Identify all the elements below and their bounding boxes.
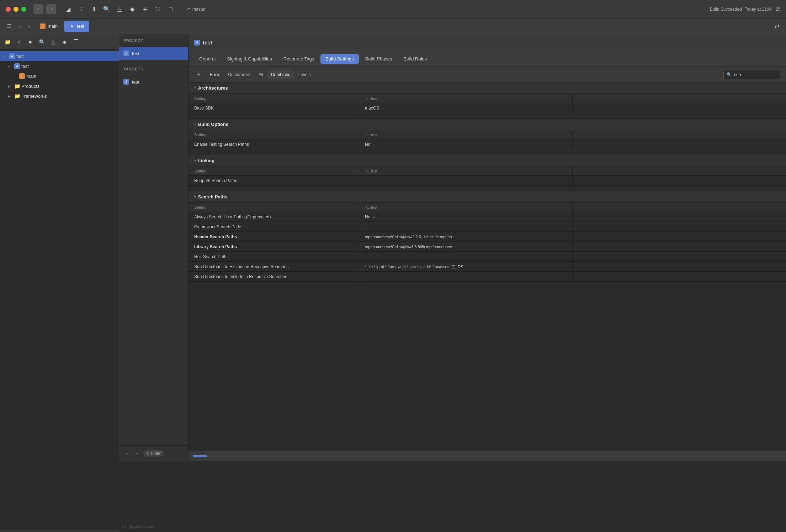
tab-nav-forward[interactable]: › xyxy=(25,22,33,31)
include-subdirs-row[interactable]: Sub-Directories to Include in Recursive … xyxy=(188,272,786,282)
tab-resource-tags[interactable]: Resource Tags xyxy=(278,54,319,64)
enable-testing-dropdown-icon: ⌄ xyxy=(372,142,375,146)
add-target-button[interactable]: + xyxy=(123,450,131,457)
build-options-section-header[interactable]: ▾ Build Options xyxy=(188,119,786,130)
search-input[interactable] xyxy=(734,72,777,77)
maximize-button[interactable] xyxy=(21,7,26,12)
architectures-chevron-icon: ▾ xyxy=(194,86,196,90)
sidebar-folder-icon[interactable]: 📁 xyxy=(3,37,12,47)
library-search-row[interactable]: Library Search Paths /opt/homebrew/Cella… xyxy=(188,242,786,252)
filter-combined[interactable]: Combined xyxy=(267,70,294,79)
framework-search-row[interactable]: Framework Search Paths xyxy=(188,222,786,232)
filter-levels[interactable]: Levels xyxy=(295,70,314,79)
linking-header-row: Setting >_ test xyxy=(188,166,786,176)
sidebar-resize-handle[interactable] xyxy=(0,530,119,532)
close-button[interactable] xyxy=(6,7,11,12)
library-search-key: Library Search Paths xyxy=(188,242,359,251)
filter-icon: ⊙ xyxy=(146,451,150,456)
tab-build-rules[interactable]: Build Rules xyxy=(399,54,432,64)
chevron-right-icon: ▶ xyxy=(8,94,13,98)
tab-build-phases[interactable]: Build Phases xyxy=(360,54,397,64)
tab-build-settings[interactable]: Build Settings xyxy=(320,54,359,64)
always-search-row[interactable]: Always Search User Paths (Deprecated) No… xyxy=(188,212,786,222)
sidebar-item-products[interactable]: ▶ 📁 Products xyxy=(0,81,119,91)
diamond-icon[interactable]: ◆ xyxy=(127,4,137,14)
base-sdk-dropdown-icon: ⌄ xyxy=(381,106,384,110)
exclude-subdirs-value: *.nib *.lproj *.framework *.gch *.xcode*… xyxy=(359,262,573,271)
hexagon-icon[interactable]: ⎔ xyxy=(153,4,163,14)
filter-customized[interactable]: Customized xyxy=(224,70,254,79)
linking-title: Linking xyxy=(198,158,214,163)
sidebar-search-icon[interactable]: 🔍 xyxy=(37,37,46,47)
lower-section: CSDN @Mhspnos xyxy=(119,461,786,532)
base-sdk-value[interactable]: macOS ⌄ xyxy=(359,103,573,113)
nav-back-button[interactable]: ‹ xyxy=(33,4,43,14)
sidebar-item-frameworks[interactable]: ▶ 📁 Frameworks xyxy=(0,91,119,101)
chevron-down-icon: ▾ xyxy=(8,64,13,68)
tab-main[interactable]: C main xyxy=(35,21,63,32)
sidebar-item-test-child[interactable]: ▾ A test xyxy=(0,61,119,71)
sidebar-warning-icon[interactable]: △ xyxy=(48,37,58,47)
remove-target-button[interactable]: − xyxy=(133,450,140,457)
doc-icon[interactable]: □ xyxy=(166,4,176,14)
settings-toolbar: + Basic Customized All Combined xyxy=(188,67,786,83)
enable-testing-row[interactable]: Enable Testing Search Paths No ⌄ xyxy=(188,139,786,149)
base-sdk-row[interactable]: Base SDK macOS ⌄ xyxy=(188,103,786,113)
sidebar-item-frameworks-label: Frameworks xyxy=(21,94,47,99)
main-icon: C xyxy=(19,73,25,79)
tab-general-label: General xyxy=(199,56,216,62)
test-child-icon: A xyxy=(14,63,20,69)
hierarchy-icon[interactable]: ⬍ xyxy=(89,4,99,14)
library-search-value[interactable]: /opt/homebrew/Cellar/glfw/3.3.8/lib /opt… xyxy=(359,242,573,251)
nav-forward-button[interactable]: › xyxy=(46,4,56,14)
rez-search-row[interactable]: Rez Search Paths xyxy=(188,252,786,262)
build-status: Build Succeeded Today at 21:44 25 xyxy=(710,7,780,12)
sidebar-test-icon[interactable]: ◆ xyxy=(60,37,69,47)
filter-all[interactable]: All xyxy=(255,70,267,79)
build-options-title: Build Options xyxy=(198,122,228,127)
search-container: 🔍 xyxy=(723,70,780,79)
enable-testing-value[interactable]: No ⌄ xyxy=(359,139,573,149)
sidebar-debug-icon[interactable]: ▔ xyxy=(71,37,80,47)
tab-build-settings-label: Build Settings xyxy=(325,56,354,62)
always-search-key: Always Search User Paths (Deprecated) xyxy=(188,212,359,222)
header-search-row[interactable]: Header Search Paths /opt/homebrew/Cellar… xyxy=(188,232,786,242)
sidebar-item-main[interactable]: ▾ C main xyxy=(0,71,119,81)
sidebar-git-icon[interactable]: ⚹ xyxy=(14,37,23,47)
content-wrapper: PROJECT A test TARGETS A test + − ⊙ xyxy=(119,34,786,461)
sidebar-item-test-root[interactable]: ▾ A test xyxy=(0,51,119,61)
sidebar-toggle[interactable]: ☰ xyxy=(4,21,14,31)
filter-basic[interactable]: Basic xyxy=(206,70,224,79)
tab-panel-toggle[interactable]: ⇄ xyxy=(772,21,782,31)
header-search-key: Header Search Paths xyxy=(188,232,359,241)
tab-signing[interactable]: Signing & Capabilities xyxy=(222,54,277,64)
sidebar-content: ▾ A test ▾ A test ▾ C main ▶ 📁 Products xyxy=(0,50,119,530)
traffic-lights xyxy=(6,7,26,12)
targets-item-test[interactable]: A test xyxy=(119,75,188,88)
grid-icon[interactable]: ⁝ xyxy=(76,4,86,14)
folder-icon[interactable]: ◢ xyxy=(63,4,73,14)
minimize-button[interactable] xyxy=(14,7,18,12)
search-icon[interactable]: 🔍 xyxy=(102,4,112,14)
filter-button[interactable]: ⊙ Filter xyxy=(143,450,164,457)
tab-nav-back[interactable]: ‹ xyxy=(16,22,24,31)
filter-label: Filter xyxy=(151,451,161,456)
architectures-section-header[interactable]: ▾ Architectures xyxy=(188,83,786,94)
header-search-value[interactable]: /opt/homebrew/Cellar/glew/2.2.0_1/includ… xyxy=(359,232,573,241)
project-item-test[interactable]: A test xyxy=(119,47,188,60)
always-search-value[interactable]: No ⌄ xyxy=(359,212,573,222)
tab-general[interactable]: General xyxy=(194,54,221,64)
collapse-button[interactable]: ‹ xyxy=(772,38,780,47)
add-setting-button[interactable]: + xyxy=(194,70,203,79)
linking-section-header[interactable]: ▾ Linking xyxy=(188,155,786,166)
runpath-row[interactable]: Runpath Search Paths xyxy=(188,176,786,186)
search-paths-title: Search Paths xyxy=(198,194,227,200)
warning-icon[interactable]: △ xyxy=(115,4,124,14)
chevron-right-icon: ▶ xyxy=(8,84,13,88)
tab-test[interactable]: A test xyxy=(64,21,89,32)
exclude-subdirs-row[interactable]: Sub-Directories to Exclude in Recursive … xyxy=(188,262,786,272)
search-paths-section-header[interactable]: ▾ Search Paths xyxy=(188,191,786,203)
sidebar-item-main-label: main xyxy=(26,74,36,79)
scm-icon[interactable]: ⚹ xyxy=(140,4,150,14)
sidebar-robot-icon[interactable]: ■ xyxy=(26,37,35,47)
